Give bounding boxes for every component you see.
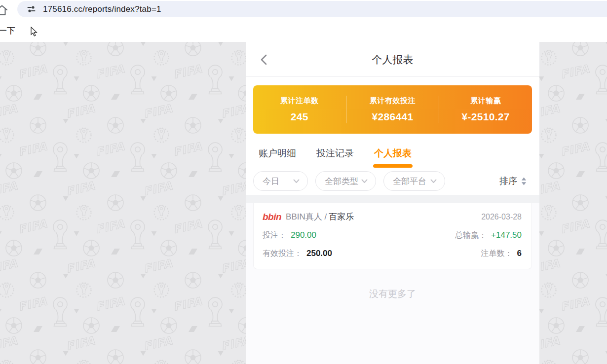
browser-chrome: 175616.cc/reports/index?tab=1 一下 xyxy=(0,0,607,42)
stat-label: 累计注单数 xyxy=(253,96,346,106)
stat-value: ¥-2510.27 xyxy=(439,111,532,123)
dropdown-label: 全部平台 xyxy=(393,176,426,187)
spacer xyxy=(246,191,539,195)
stat-value: ¥286441 xyxy=(346,111,439,123)
winloss-value: +147.50 xyxy=(491,230,522,240)
stat-value: 245 xyxy=(253,111,346,123)
url-text[interactable]: 175616.cc/reports/index?tab=1 xyxy=(43,4,161,14)
sort-button[interactable]: 排序 xyxy=(499,175,527,187)
record-row: 有效投注： 250.00 注单数： 6 xyxy=(263,249,522,259)
no-more-text: 没有更多了 xyxy=(253,269,532,300)
active-tab-underline xyxy=(373,164,413,168)
sort-arrows-icon xyxy=(521,177,527,185)
valid-bet-value: 250.00 xyxy=(306,249,332,258)
record-row: 投注： 290.00 总输赢： +147.50 xyxy=(263,230,522,241)
site-settings-icon[interactable] xyxy=(27,4,36,14)
stat-total-valid-bets: 累计有效投注 ¥286441 xyxy=(346,96,439,123)
bet-count-value: 6 xyxy=(517,249,522,258)
dropdown-label: 全部类型 xyxy=(325,176,358,187)
panel-header: 个人报表 xyxy=(246,42,539,77)
winloss-label: 总输赢： xyxy=(455,230,487,241)
bbin-logo: bbin xyxy=(263,212,281,222)
tab-account-details[interactable]: 账户明细 xyxy=(259,147,296,168)
section-divider xyxy=(246,195,539,203)
tab-bet-records[interactable]: 投注记录 xyxy=(316,147,354,168)
record-header: bbin BBIN真人 / 百家乐 2026-03-28 xyxy=(263,211,522,222)
record-provider: BBIN真人 / xyxy=(286,211,327,222)
valid-bet-label: 有效投注： xyxy=(263,249,302,259)
stat-total-winloss: 累计输赢 ¥-2510.27 xyxy=(439,96,532,123)
type-filter-dropdown[interactable]: 全部类型 xyxy=(315,171,376,191)
mouse-cursor-icon xyxy=(31,27,38,37)
bet-label: 投注： xyxy=(263,230,286,241)
report-list: bbin BBIN真人 / 百家乐 2026-03-28 投注： 290.00 … xyxy=(246,203,539,364)
winloss-amount: 总输赢： +147.50 xyxy=(455,230,522,241)
stat-label: 累计输赢 xyxy=(439,96,532,106)
summary-stats-card: 累计注单数 245 累计有效投注 ¥286441 累计输赢 ¥-2510.27 xyxy=(253,85,532,134)
chevron-down-icon xyxy=(361,179,368,183)
platform-filter-dropdown[interactable]: 全部平台 xyxy=(383,171,445,191)
dropdown-label: 今日 xyxy=(263,176,279,187)
personal-report-panel: 个人报表 累计注单数 245 累计有效投注 ¥286441 累计输赢 ¥-251… xyxy=(246,42,539,364)
home-icon[interactable] xyxy=(0,4,8,17)
tabs: 账户明细 投注记录 个人报表 xyxy=(246,147,539,168)
tab-personal-report[interactable]: 个人报表 xyxy=(374,147,412,168)
partial-page-text: 一下 xyxy=(0,25,15,36)
chevron-down-icon xyxy=(430,179,437,183)
date-filter-dropdown[interactable]: 今日 xyxy=(253,171,308,191)
record-game: 百家乐 xyxy=(329,211,354,222)
bet-amount: 投注： 290.00 xyxy=(263,230,316,241)
record-date: 2026-03-28 xyxy=(481,213,522,221)
address-bar[interactable]: 175616.cc/reports/index?tab=1 xyxy=(17,1,607,17)
sort-label: 排序 xyxy=(499,175,517,187)
valid-bet-amount: 有效投注： 250.00 xyxy=(263,249,332,259)
chevron-down-icon xyxy=(293,179,300,183)
bet-value: 290.00 xyxy=(291,230,316,240)
filter-row: 今日 全部类型 全部平台 排序 xyxy=(246,168,539,191)
tab-label: 个人报表 xyxy=(374,148,412,158)
page-title: 个人报表 xyxy=(246,42,539,77)
bet-count: 注单数： 6 xyxy=(481,249,522,259)
bet-count-label: 注单数： xyxy=(481,249,513,259)
stat-total-bet-count: 累计注单数 245 xyxy=(253,96,346,123)
report-record-card[interactable]: bbin BBIN真人 / 百家乐 2026-03-28 投注： 290.00 … xyxy=(253,203,532,269)
stat-label: 累计有效投注 xyxy=(346,96,439,106)
